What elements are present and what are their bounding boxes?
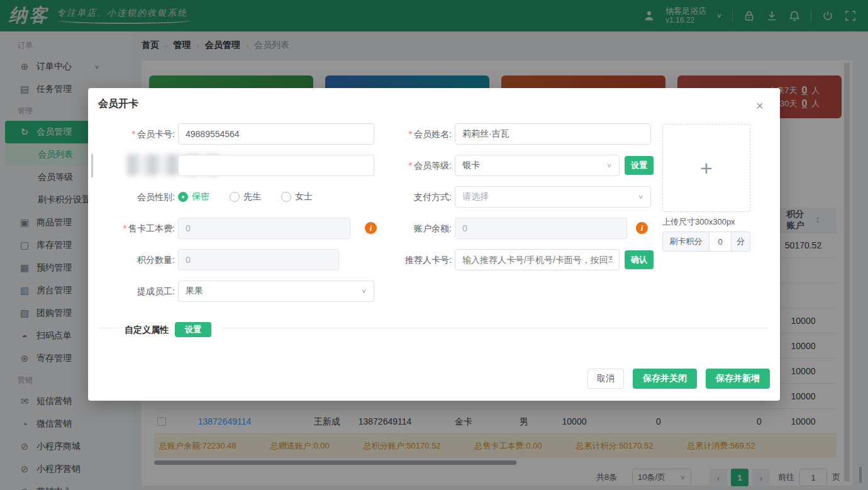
referrer-input[interactable] <box>455 249 620 270</box>
card-fee-label: *售卡工本费: <box>88 218 175 239</box>
radio-icon[interactable] <box>281 192 291 202</box>
chevron-down-icon: ∨ <box>606 162 612 169</box>
info-icon[interactable]: i <box>636 222 648 234</box>
pay-method-select[interactable]: 请选择 ∨ <box>455 186 651 208</box>
chevron-down-icon: ∨ <box>638 193 643 200</box>
cancel-button[interactable]: 取消 <box>587 369 624 389</box>
divider-line <box>99 328 118 328</box>
gender-radio-secret[interactable]: 保密 <box>178 186 209 208</box>
divider-line <box>223 328 767 328</box>
balance-label: 账户余额: <box>352 218 452 239</box>
card-fee-input[interactable] <box>178 218 350 239</box>
custom-attributes-label: 自定义属性 <box>125 322 169 337</box>
points-qty-label: 积分数量: <box>88 249 175 270</box>
member-name-label: *会员姓名: <box>352 123 452 145</box>
member-name-input[interactable] <box>455 123 651 145</box>
censored-field-input[interactable] <box>178 155 374 176</box>
referrer-confirm-button[interactable]: 确认 <box>625 250 654 269</box>
radio-selected-icon[interactable] <box>178 192 188 202</box>
member-level-label: *会员等级: <box>352 155 452 176</box>
points-qty-input[interactable] <box>178 249 339 270</box>
commission-staff-label: 提成员工: <box>88 281 175 302</box>
open-member-card-modal: 会员开卡 × *会员卡号: *会员姓名: *会员等级: 银卡 ∨ 设置 会员性别… <box>88 88 780 401</box>
commission-staff-select[interactable]: 果果 ∨ <box>178 281 374 302</box>
app-window: 纳客 专注单店、小连锁的收银系统 纳客足浴店 v1.16.22 ∨ <box>0 0 868 490</box>
gender-radio-male[interactable]: 先生 <box>230 186 261 208</box>
plus-icon: + <box>700 156 713 181</box>
swipe-points-label: 刷卡积分 <box>663 232 709 251</box>
level-set-button[interactable]: 设置 <box>625 156 654 175</box>
chevron-down-icon: ∨ <box>361 287 367 294</box>
gender-radio-female[interactable]: 女士 <box>281 186 313 208</box>
close-icon[interactable]: × <box>756 99 764 112</box>
save-and-close-button[interactable]: 保存并关闭 <box>633 369 697 389</box>
custom-attributes-set-button[interactable]: 设置 <box>175 322 211 337</box>
referrer-label: 推荐人卡号: <box>352 249 452 270</box>
pay-method-label: 支付方式: <box>352 186 452 208</box>
upload-size-hint: 上传尺寸300x300px <box>662 216 735 228</box>
swipe-points-group: 刷卡积分 分 <box>662 231 750 252</box>
card-no-input[interactable] <box>178 123 374 145</box>
avatar-upload-box[interactable]: + <box>662 124 750 212</box>
swipe-points-input[interactable] <box>709 232 731 251</box>
radio-icon[interactable] <box>230 192 240 202</box>
card-no-label: *会员卡号: <box>88 123 175 145</box>
modal-scrollbar-sliver[interactable] <box>91 153 93 177</box>
save-and-new-button[interactable]: 保存并新增 <box>706 369 770 389</box>
swipe-points-unit: 分 <box>731 232 750 251</box>
gender-label: 会员性别: <box>88 186 175 208</box>
balance-input[interactable] <box>455 218 627 239</box>
modal-title: 会员开卡 <box>98 97 138 111</box>
member-level-select[interactable]: 银卡 ∨ <box>455 155 620 176</box>
